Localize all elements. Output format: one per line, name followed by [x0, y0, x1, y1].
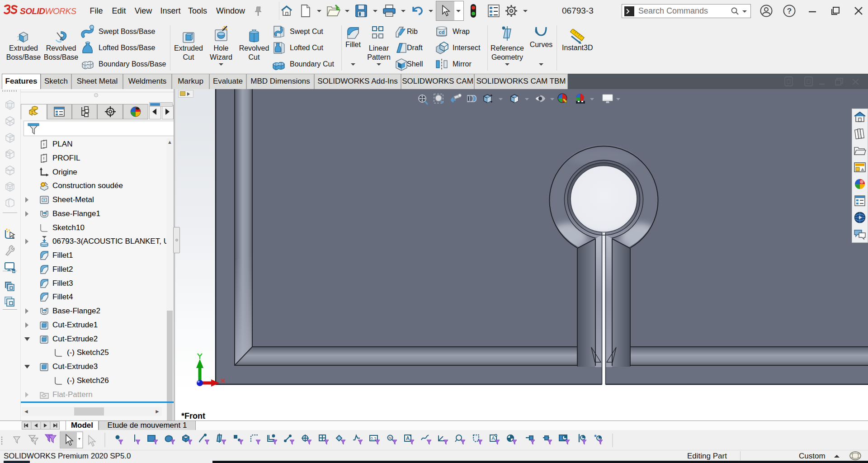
svg-text:N: N — [389, 436, 392, 440]
svg-text:cd: cd — [439, 29, 445, 35]
svg-text:A: A — [491, 435, 495, 441]
svg-text:A: A — [406, 435, 410, 441]
svg-text:*Front: *Front — [181, 411, 205, 420]
svg-text:SOLIDWORKS: SOLIDWORKS — [20, 6, 76, 16]
svg-text:?: ? — [787, 7, 792, 15]
